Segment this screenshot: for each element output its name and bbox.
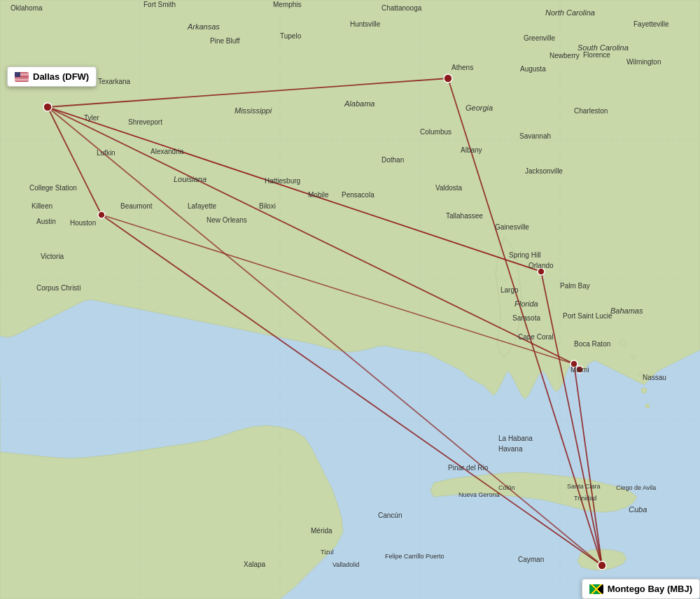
svg-text:Port Saint Lucie: Port Saint Lucie [563,312,612,320]
svg-text:Tyler: Tyler [84,114,99,122]
svg-text:Oklahoma: Oklahoma [10,4,43,12]
map-container: Athens Chattanooga Memphis Fort Smith Ok… [0,0,700,599]
svg-text:Tupelo: Tupelo [280,32,302,40]
svg-text:Pinar del Rio: Pinar del Rio [448,464,489,472]
svg-text:Largo: Largo [500,286,519,294]
svg-text:Augusta: Augusta [520,65,546,73]
svg-text:Killeen: Killeen [31,202,52,210]
origin-label: Dallas (DFW) [7,66,97,87]
origin-city-label: Dallas (DFW) [33,71,89,82]
svg-text:Hattiesburg: Hattiesburg [265,177,300,185]
svg-text:Xalapa: Xalapa [244,561,266,568]
svg-text:Tizul: Tizul [321,549,334,556]
svg-point-5 [645,404,650,408]
svg-text:Florida: Florida [514,300,538,308]
svg-text:Cape Coral: Cape Coral [518,333,554,341]
svg-text:Tallahassee: Tallahassee [446,212,483,220]
svg-text:Greenville: Greenville [524,34,555,42]
svg-point-2 [631,355,636,359]
svg-text:College Station: College Station [29,184,77,192]
svg-point-1 [620,340,626,346]
svg-text:Athens: Athens [451,64,473,71]
svg-text:Valladolid: Valladolid [332,561,359,568]
svg-text:Beaumont: Beaumont [120,202,153,210]
svg-text:Louisiana: Louisiana [174,175,206,183]
svg-text:Nueva Gerona: Nueva Gerona [458,491,500,498]
destination-label: Montego Bay (MBJ) [582,579,700,599]
svg-text:Alabama: Alabama [344,99,374,108]
svg-text:Sarasota: Sarasota [512,314,540,322]
svg-text:Fayetteville: Fayetteville [634,20,669,28]
jamaica-flag-icon [589,584,603,594]
svg-text:Cuba: Cuba [629,505,647,514]
svg-text:Shreveport: Shreveport [128,118,162,126]
svg-text:Felipe Carrillo Puerto: Felipe Carrillo Puerto [385,553,444,560]
svg-text:Havana: Havana [498,445,523,453]
svg-text:Memphis: Memphis [273,1,302,8]
svg-text:La Habana: La Habana [498,435,533,442]
svg-text:Trinidad: Trinidad [574,495,596,502]
svg-point-25 [444,74,452,83]
svg-text:Dothan: Dothan [382,156,404,164]
svg-text:Huntsville: Huntsville [350,20,381,28]
svg-text:Miami: Miami [570,366,589,374]
svg-text:Cayman: Cayman [518,556,544,563]
svg-text:Bahamas: Bahamas [610,306,643,315]
svg-text:Gainesville: Gainesville [495,223,529,231]
svg-text:Santa Clara: Santa Clara [567,483,601,490]
svg-text:Florence: Florence [583,51,610,59]
svg-text:Colón: Colón [498,484,515,491]
svg-point-26 [98,211,105,218]
svg-text:Lufkin: Lufkin [97,149,115,157]
svg-text:Valdosta: Valdosta [435,184,463,192]
svg-point-24 [43,103,52,111]
svg-text:Biloxi: Biloxi [259,202,276,210]
svg-text:Columbus: Columbus [420,128,451,136]
svg-text:Pine Bluff: Pine Bluff [210,37,240,45]
svg-text:Mississippi: Mississippi [234,106,272,115]
svg-text:Pensacola: Pensacola [342,191,374,199]
svg-text:Albany: Albany [461,146,482,154]
svg-text:Palm Bay: Palm Bay [560,282,590,290]
svg-text:Wilmington: Wilmington [626,58,661,66]
svg-text:Fort Smith: Fort Smith [144,1,176,8]
svg-text:Corpus Christi: Corpus Christi [36,284,80,292]
svg-text:Austin: Austin [36,218,56,225]
svg-text:North Carolina: North Carolina [545,8,595,17]
svg-text:Victoria: Victoria [41,253,64,260]
svg-text:Chattanooga: Chattanooga [382,4,422,12]
svg-text:New Orleans: New Orleans [206,216,247,224]
svg-text:Newberry: Newberry [550,52,580,59]
svg-text:Ciego de Avila: Ciego de Avila [616,484,656,491]
svg-text:Mobile: Mobile [308,191,329,199]
svg-text:Cancún: Cancún [378,512,402,519]
destination-city-label: Montego Bay (MBJ) [608,584,692,594]
svg-text:Mérida: Mérida [311,527,332,535]
svg-text:Charleston: Charleston [574,107,608,115]
svg-text:Lafayette: Lafayette [188,202,217,210]
svg-text:Orlando: Orlando [528,262,554,269]
svg-text:Spring Hill: Spring Hill [509,251,541,259]
svg-text:Nassau: Nassau [643,374,666,381]
map-svg: Athens Chattanooga Memphis Fort Smith Ok… [0,0,700,599]
svg-point-30 [598,561,606,570]
svg-text:Boca Raton: Boca Raton [574,340,610,348]
svg-text:Georgia: Georgia [465,104,493,112]
svg-text:Savannah: Savannah [519,132,551,140]
us-flag-icon [15,72,29,82]
svg-text:Arkansas: Arkansas [187,22,220,31]
svg-text:Texarkana: Texarkana [98,78,131,85]
svg-point-4 [641,388,647,393]
svg-text:Houston: Houston [70,219,96,227]
svg-text:Jacksonville: Jacksonville [525,167,563,175]
svg-text:Alexandria: Alexandria [150,148,184,155]
